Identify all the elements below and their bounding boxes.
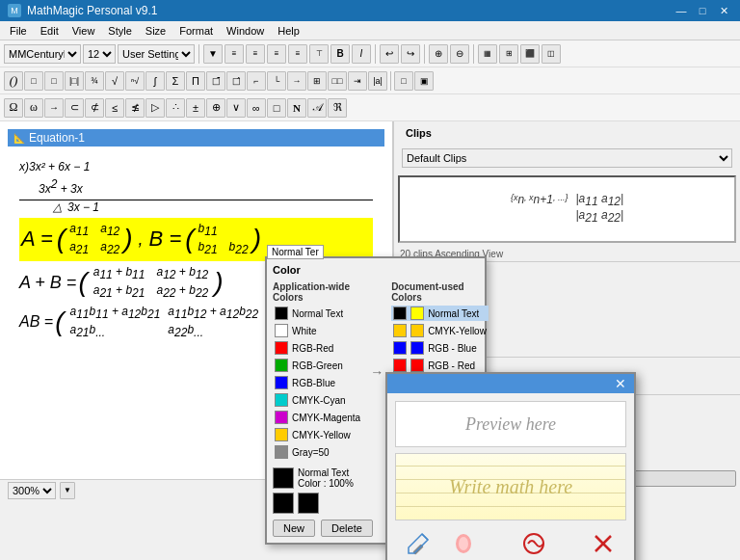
font-selector[interactable]: MMCenturyNew [4,44,81,64]
tb2-vec[interactable]: □̂ [226,71,246,91]
equation-title-label: Equation-1 [29,131,85,145]
color-rgb-red[interactable]: RGB-Red [273,340,362,356]
tb-align-mid[interactable]: ≡ [246,44,265,64]
tb2-abs[interactable]: |□| [65,71,84,91]
menu-edit[interactable]: Edit [35,23,65,39]
tb2-space[interactable]: □□ [328,71,347,91]
tb-zoom-in[interactable]: ⊕ [429,44,448,64]
menu-file[interactable]: File [4,23,33,39]
hw-tools-row: Write Erase [395,528,626,560]
tb3-pm[interactable]: ± [186,98,205,118]
zoom-dropdown-btn[interactable]: ▼ [60,482,75,499]
doc-color-normal[interactable]: Normal Text [391,306,489,321]
color-gray50[interactable]: Gray=50 [273,444,362,460]
tb2-frac[interactable]: ¾ [85,71,104,91]
tb3-square[interactable]: □ [267,98,286,118]
color-rgb-green[interactable]: RGB-Green [273,358,362,373]
menu-window[interactable]: Window [221,23,270,39]
tb3-omega[interactable]: ω [24,98,43,118]
tb2-lim[interactable]: → [287,71,306,91]
hw-close-button[interactable]: ✕ [615,377,626,390]
doc-color-rgb-red[interactable]: RGB - Red [391,358,489,373]
minimize-button[interactable]: — [673,3,690,18]
tb-align-full[interactable]: ≡ [225,44,244,64]
tb2-matrix2[interactable]: ⊞ [307,71,327,91]
tb3-plus[interactable]: ⊕ [206,98,225,118]
tb2-pi[interactable]: Π [186,71,205,91]
zoom-selector[interactable]: 300% 200% 150% 100% [8,482,56,499]
color-new-button[interactable]: New [273,520,315,537]
menu-format[interactable]: Format [173,23,219,39]
hw-tool-erase[interactable]: Erase [448,528,479,560]
tb-grid[interactable]: ⊞ [499,44,518,64]
tb-special[interactable]: ◫ [542,44,561,64]
tb3-subset2[interactable]: ⊄ [85,98,104,118]
color-cmyk-cyan[interactable]: CMYK-Cyan [273,392,362,408]
doc-color-rgb-blue[interactable]: RGB - Blue [391,340,489,356]
tb-align-top[interactable]: ⊤ [309,44,329,64]
tb3-R-frak[interactable]: ℜ [328,98,347,118]
tb-matrix[interactable]: ▦ [478,44,497,64]
tb-color[interactable]: ⬛ [520,44,540,64]
setting-selector[interactable]: User Setting [118,44,195,64]
menu-view[interactable]: View [66,23,101,39]
tb3-dot[interactable]: ∴ [166,98,185,118]
tb3-arrow[interactable]: → [44,98,64,118]
tb2-over[interactable]: ⌐ [247,71,266,91]
color-normal-text[interactable]: Normal Text [273,306,362,321]
tb2-tab[interactable]: ⇥ [348,71,367,91]
color-cmyk-magenta[interactable]: CMYK-Magenta [273,410,362,425]
tb-bold[interactable]: B [330,44,350,64]
menu-help[interactable]: Help [272,23,305,39]
tb3-N[interactable]: N [287,98,306,118]
tb-style-1[interactable]: ▼ [203,44,223,64]
tb2-brace[interactable]: □ [44,71,64,91]
tb-align-right[interactable]: ≡ [288,44,307,64]
clear-icon [588,528,619,559]
hw-tool-write[interactable]: Write [403,528,434,560]
size-selector[interactable]: 12 pt [83,44,116,64]
title-bar: M MathMagic Personal v9.1 — □ ✕ [0,0,740,21]
color-white[interactable]: White [273,323,362,338]
maximize-button[interactable]: □ [694,3,711,18]
tb2-under[interactable]: └ [267,71,286,91]
app-title: MathMagic Personal v9.1 [27,4,157,17]
hw-tool-clear[interactable]: Clear [588,528,619,560]
tb3-vee[interactable]: ∨ [226,98,246,118]
color-delete-button[interactable]: Delete [321,520,373,537]
close-button[interactable]: ✕ [715,3,732,18]
color-box-1[interactable] [273,493,294,514]
color-cmyk-yellow[interactable]: CMYK-Yellow [273,427,362,442]
tb3-tri[interactable]: ▷ [145,98,165,118]
color-box-2[interactable] [298,493,319,514]
menu-size[interactable]: Size [140,23,172,39]
color-rgb-blue[interactable]: RGB-Blue [273,375,362,390]
hw-tool-select-correct[interactable]: Select and Correct [493,528,573,560]
tb2-func2[interactable]: ▣ [414,71,434,91]
tb3-subset[interactable]: ⊂ [65,98,84,118]
tb2-func1[interactable]: □ [394,71,413,91]
tb-zoom-out[interactable]: ⊖ [450,44,469,64]
tb-align-left[interactable]: ≡ [267,44,286,64]
tb2-paren[interactable]: () [4,71,23,91]
doc-swatch-rgb-blue [393,341,407,355]
tb3-leq[interactable]: ≤ [105,98,124,118]
tb3-omega-big[interactable]: Ω [4,98,23,118]
tb2-label[interactable]: |a| [368,71,387,91]
tb2-bracket[interactable]: □ [24,71,43,91]
tb2-prod[interactable]: Σ [166,71,185,91]
tb2-nthroot[interactable]: ⁿ√ [125,71,145,91]
tb3-nleq[interactable]: ≰ [125,98,145,118]
hw-input-area[interactable]: Write math here [395,453,626,520]
clips-dropdown[interactable]: Default Clips [402,148,732,168]
tb2-sqrt[interactable]: √ [105,71,124,91]
tb3-A-script[interactable]: 𝒜 [307,98,327,118]
tb-redo[interactable]: ↪ [401,44,420,64]
doc-color-cmyk-yellow[interactable]: CMYK-Yellow [391,323,489,338]
tb2-sum[interactable]: ∫ [145,71,165,91]
tb-undo[interactable]: ↩ [380,44,399,64]
tb3-infty[interactable]: ∞ [247,98,266,118]
tb2-bar[interactable]: □̄ [206,71,225,91]
tb-italic[interactable]: I [352,44,371,64]
menu-style[interactable]: Style [102,23,137,39]
